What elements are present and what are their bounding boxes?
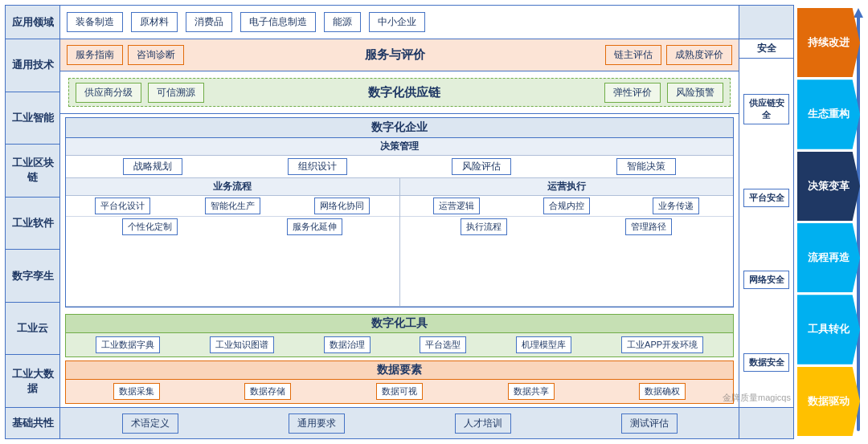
app-tag-2: 消费品 (186, 12, 232, 32)
biz-block: 业务流程 平台化设计 智能化生产 网络化协同 个性化定制 服务化延伸 (66, 178, 400, 306)
data-item-3: 数据共享 (508, 383, 555, 400)
arrow-label-1: 生态重构 (808, 107, 850, 121)
tool-item-3: 平台选型 (420, 336, 466, 353)
supply-tag-0: 供应商分级 (76, 83, 141, 103)
arrow-btn-1: 生态重构 (797, 79, 860, 149)
bottom-tag-0: 术语定义 (122, 413, 178, 434)
label-industrial-ai: 工业智能 (6, 92, 59, 145)
sec-item-0: 供应链安全 (743, 94, 789, 124)
sec-item-1: 平台安全 (743, 189, 789, 207)
arrow-btn-2: 决策变革 (797, 152, 860, 221)
service-tag-3: 成熟度评价 (666, 45, 732, 65)
ops-block: 运营执行 运营逻辑 合规内控 业务传递 执行流程 管理路径 (400, 178, 734, 306)
app-tag-5: 中小企业 (369, 12, 425, 32)
tools-block: 数字化工具 工业数据字典 工业知识图谱 数据治理 平台选型 机理模型库 工业AP… (65, 314, 734, 357)
biz-row2: 个性化定制 服务化延伸 (66, 217, 399, 237)
main-frame: 应用领域 装备制造 原材料 消费品 电子信息制造 能源 中小企业 通用技术 工业… (5, 5, 794, 439)
app-tag-0: 装备制造 (67, 12, 123, 32)
app-tag-4: 能源 (324, 12, 361, 32)
biz-row1: 平台化设计 智能化生产 网络化协同 (66, 196, 399, 217)
data-elements-block: 数据要素 数据采集 数据存储 数据可视 数据共享 数据确权 (65, 360, 734, 404)
top-security-placeholder (739, 6, 793, 39)
bottom-tag-2: 人才培训 (455, 413, 511, 434)
mid-main-content: 服务指南 咨询诊断 服务与评价 链主评估 成熟度评价 供应商分级 可信溯源 数字… (60, 39, 739, 407)
arrow-label-0: 持续改进 (808, 35, 850, 50)
label-digital-twin: 数字孪生 (6, 250, 59, 303)
data-item-0: 数据采集 (113, 383, 160, 400)
right-arrow-panel: 持续改进 生态重构 决策变革 流程再造 工具转化 数据驱动 (794, 5, 863, 439)
tool-item-5: 工业APP开发环境 (621, 336, 703, 353)
biz-item-0: 平台化设计 (95, 198, 150, 214)
supply-tag-3: 风险预警 (667, 83, 723, 103)
biz-item-3: 个性化定制 (122, 218, 178, 235)
service-tag-2: 链主评估 (605, 45, 661, 65)
decision-item-2: 风险评估 (452, 158, 511, 175)
tool-item-4: 机理模型库 (516, 336, 571, 353)
service-tag-0: 服务指南 (67, 45, 123, 65)
arrow-btn-0: 持续改进 (797, 8, 860, 77)
ops-item-1: 合规内控 (543, 198, 590, 214)
enterprise-block: 数字化企业 决策管理 战略规划 组织设计 风险评估 智能决策 业务流程 (65, 117, 734, 308)
data-items: 数据采集 数据存储 数据可视 数据共享 数据确权 (66, 380, 733, 403)
biz-title: 业务流程 (66, 178, 399, 196)
tool-item-0: 工业数据字典 (96, 336, 160, 353)
bottom-tag-3: 测试评估 (621, 413, 678, 434)
biz-item-1: 智能化生产 (205, 198, 260, 214)
label-app-domain: 应用领域 (6, 6, 60, 39)
supply-chain-row: 供应商分级 可信溯源 数字化供应链 弹性评价 风险预警 (60, 71, 739, 114)
arrow-label-4: 工具转化 (808, 322, 850, 336)
tools-title: 数字化工具 (66, 315, 733, 333)
security-content: 供应链安全 平台安全 网络安全 数据安全 (739, 59, 793, 407)
bottom-content: 术语定义 通用要求 人才培训 测试评估 (60, 408, 739, 438)
main-layout: 应用领域 装备制造 原材料 消费品 电子信息制造 能源 中小企业 通用技术 工业… (0, 0, 868, 444)
ops-row1: 运营逻辑 合规内控 业务传递 (400, 196, 734, 217)
ops-item-0: 运营逻辑 (433, 198, 480, 214)
arrow-btn-3: 流程再造 (797, 223, 860, 292)
tool-item-2: 数据治理 (324, 336, 371, 353)
ops-item-4: 管理路径 (625, 218, 672, 235)
service-center-label: 服务与评价 (189, 47, 600, 63)
arrow-head (854, 8, 863, 18)
label-base-common: 基础共性 (6, 408, 60, 438)
supply-tag-1: 可信溯源 (148, 83, 204, 103)
label-big-data: 工业大数据 (6, 355, 59, 407)
supply-chain-title: 数字化供应链 (211, 85, 598, 100)
ops-item-2: 业务传递 (653, 198, 699, 214)
tool-item-1: 工业知识图谱 (210, 336, 274, 353)
biz-item-4: 服务化延伸 (287, 218, 342, 235)
ops-row2: 执行流程 管理路径 (400, 217, 734, 237)
decision-title: 决策管理 (66, 138, 733, 156)
label-blockchain: 工业区块链 (6, 145, 59, 198)
security-top-label: 安全 (739, 39, 793, 59)
middle-area: 通用技术 工业智能 工业区块链 工业软件 数字孪生 工业云 工业大数据 服务指南… (6, 39, 793, 408)
arrow-btn-5: 数据驱动 (797, 367, 860, 436)
decision-items: 战略规划 组织设计 风险评估 智能决策 (66, 156, 733, 178)
service-tag-1: 咨询诊断 (128, 45, 184, 65)
bottom-tag-1: 通用要求 (289, 413, 345, 434)
arrow-track-line (857, 13, 860, 431)
biz-ops-row: 业务流程 平台化设计 智能化生产 网络化协同 个性化定制 服务化延伸 (66, 178, 733, 307)
mid-left-labels: 通用技术 工业智能 工业区块链 工业软件 数字孪生 工业云 工业大数据 (6, 39, 60, 407)
data-item-1: 数据存储 (244, 383, 291, 400)
data-item-4: 数据确权 (639, 383, 686, 400)
biz-item-2: 网络化协同 (314, 198, 370, 214)
app-tag-3: 电子信息制造 (240, 12, 316, 32)
enterprise-title: 数字化企业 (66, 118, 733, 138)
sec-item-3: 数据安全 (743, 353, 789, 372)
arrow-label-3: 流程再造 (808, 251, 850, 265)
supply-tag-2: 弹性评价 (604, 83, 661, 103)
arrow-label-5: 数据驱动 (808, 394, 850, 409)
app-domain-content: 装备制造 原材料 消费品 电子信息制造 能源 中小企业 (60, 6, 739, 39)
decision-item-1: 组织设计 (288, 158, 347, 175)
tools-items: 工业数据字典 工业知识图谱 数据治理 平台选型 机理模型库 工业APP开发环境 (66, 333, 733, 356)
decision-item-0: 战略规划 (123, 158, 182, 175)
app-tag-1: 原材料 (131, 12, 178, 32)
security-column: 安全 供应链安全 平台安全 网络安全 数据安全 (739, 39, 793, 407)
label-general-tech: 通用技术 (6, 39, 59, 92)
bottom-row: 基础共性 术语定义 通用要求 人才培训 测试评估 (6, 408, 793, 438)
bottom-security-placeholder (739, 408, 793, 438)
arrow-btn-4: 工具转化 (797, 295, 860, 364)
data-title: 数据要素 (66, 361, 733, 380)
tech-service-row: 服务指南 咨询诊断 服务与评价 链主评估 成熟度评价 (60, 39, 739, 71)
label-industrial-cloud: 工业云 (6, 303, 59, 356)
